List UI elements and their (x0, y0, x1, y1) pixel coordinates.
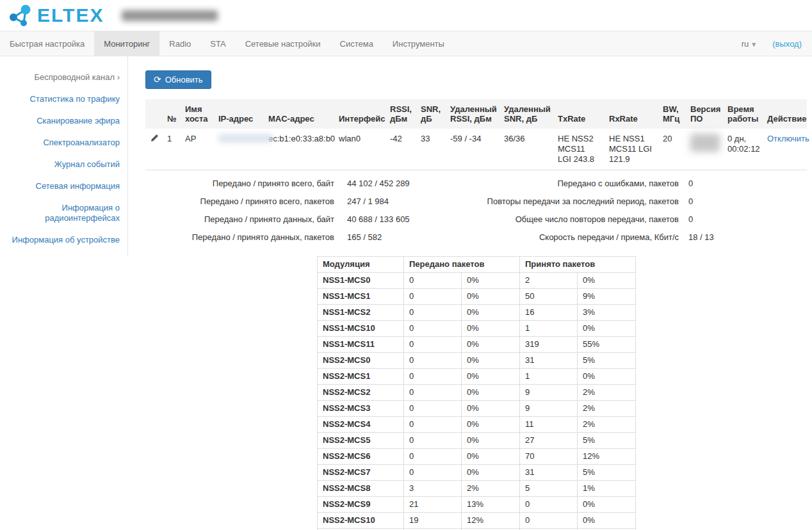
modulation-row: NSS2-MCS300%92% (318, 401, 636, 417)
modulation-cell: NSS2-MCS10 (318, 513, 404, 529)
refresh-button[interactable]: ⟳ Обновить (145, 70, 211, 89)
modulation-cell: 0 (404, 305, 462, 321)
stat-value: 18 / 13 (679, 232, 807, 242)
clients-col-header (145, 99, 162, 129)
client-hostname: AP (180, 129, 213, 170)
modulation-cell: 0% (462, 449, 520, 465)
modulation-cell: 1% (578, 481, 636, 497)
logout-link[interactable]: (выход) (772, 39, 802, 49)
modulation-cell: NSS2-MCS6 (318, 449, 404, 465)
stats-left-column: Передано / принято всего, байт44 102 / 4… (145, 179, 476, 250)
nav-tab-быстрая-настройка[interactable]: Быстрая настройка (0, 31, 94, 56)
modulation-cell: 21 (404, 497, 462, 513)
modulation-cell: 0 (404, 385, 462, 401)
nav-tab-сетевые-настройки[interactable]: Сетевые настройки (236, 31, 330, 56)
modulation-cell: 3 (404, 481, 462, 497)
stat-label: Передано / принято всего, байт (145, 179, 334, 188)
modulation-cell: 2 (520, 273, 578, 289)
clients-col-header: MAC-адрес (263, 99, 334, 129)
sidebar-item[interactable]: Сканирование эфира (0, 116, 120, 126)
stat-value: 0 (679, 197, 807, 206)
logo-text: ELTEX (37, 6, 104, 25)
modulation-row: NSS2-MCS500%275% (318, 433, 636, 449)
modulation-cell: 2% (578, 417, 636, 433)
modulation-cell: 0 (404, 401, 462, 417)
sidebar: Беспроводной канал ›Статистика по трафик… (0, 56, 128, 257)
modulation-row: NSS1-MCS000%20% (318, 273, 636, 289)
modulation-cell: 9 (520, 401, 578, 417)
disconnect-link[interactable]: Отключить (767, 134, 809, 143)
nav-tab-инструменты[interactable]: Инструменты (383, 31, 454, 56)
nav-tab-sta[interactable]: STA (200, 31, 235, 56)
sidebar-item[interactable]: Статистика по трафику (0, 94, 120, 104)
sidebar-item[interactable]: Сетевая информация (0, 181, 120, 191)
modulation-cell: 31 (520, 465, 578, 481)
modulation-cell: 0% (462, 273, 520, 289)
modulation-cell: 0 (404, 465, 462, 481)
modulation-cell: 0% (462, 369, 520, 385)
modulation-cell: 0% (462, 337, 520, 353)
nav-tab-radio[interactable]: Radio (159, 31, 200, 56)
stat-label: Передано / принято данных, пакетов (145, 232, 334, 242)
main-content: ⟳ Обновить №Имя хостаIP-адресMAC-адресИн… (128, 56, 812, 530)
modulation-row: NSS2-MCS101912%00% (318, 513, 636, 529)
pencil-icon (150, 134, 159, 142)
modulation-row: NSS1-MCS100%509% (318, 289, 636, 305)
stat-row: Повторы передачи за последний период, па… (476, 197, 808, 206)
modulation-cell: 0 (404, 273, 462, 289)
sidebar-item[interactable]: Спектроанализатор (0, 138, 120, 148)
clients-col-header: Действие (762, 99, 807, 129)
modulation-cell: 0% (578, 513, 636, 529)
modulation-cell: 5 (520, 481, 578, 497)
modulation-cell: 0% (462, 353, 520, 369)
client-rxrate: HE NSS1 MCS11 LGI 121.9 (604, 129, 658, 170)
modulation-cell: NSS2-MCS2 (318, 385, 404, 401)
stat-label: Повторы передачи за последний период, па… (476, 197, 679, 206)
modulation-cell: 319 (520, 337, 578, 353)
modulation-cell: NSS2-MCS1 (318, 369, 404, 385)
modulation-cell: 13% (462, 497, 520, 513)
modulation-cell: 0% (462, 305, 520, 321)
modulation-cell: 19 (404, 513, 462, 529)
modulation-cell: 5% (578, 433, 636, 449)
modulation-row: NSS2-MCS100%10% (318, 369, 636, 385)
sidebar-item[interactable]: Журнал событий (0, 159, 120, 170)
sidebar-item[interactable]: Информация о радиоинтерфейсах (0, 203, 120, 223)
stat-value: 0 (679, 214, 807, 224)
stat-row: Передано / принято данных, байт40 688 / … (145, 214, 476, 224)
stat-row: Передано с ошибками, пакетов0 (476, 179, 808, 188)
refresh-icon: ⟳ (154, 76, 161, 84)
stat-label: Скорость передачи / приема, Кбит/с (476, 232, 679, 242)
client-txrate: HE NSS2 MCS11 LGI 243.8 (553, 129, 604, 170)
modulation-cell: 0% (578, 321, 636, 337)
edit-cell[interactable] (145, 129, 162, 170)
modulation-cell: NSS2-MCS7 (318, 465, 404, 481)
stat-label: Передано / принято всего, пакетов (145, 197, 334, 206)
sidebar-item[interactable]: Информация об устройстве (0, 235, 120, 245)
modulation-cell: 12% (578, 449, 636, 465)
client-remote-snr: 36/36 (499, 129, 553, 170)
modulation-cell: 0% (462, 385, 520, 401)
stat-value: 40 688 / 133 605 (334, 214, 410, 224)
modulation-cell: NSS2-MCS8 (318, 481, 404, 497)
modulation-cell: 70 (520, 449, 578, 465)
language-select[interactable]: ru▼ (742, 39, 757, 49)
client-action-cell: Отключить (762, 129, 807, 170)
modulation-row: NSS1-MCS1100%31955% (318, 337, 636, 353)
clients-col-header: RSSI, дБм (385, 99, 416, 129)
nav-tab-мониторинг[interactable]: Мониторинг (94, 31, 159, 56)
nav-tab-система[interactable]: Система (330, 31, 383, 56)
modulation-cell: NSS2-MCS4 (318, 417, 404, 433)
modulation-cell: 0% (462, 289, 520, 305)
modulation-cell: 1 (520, 369, 578, 385)
modulation-cell: 0 (520, 513, 578, 529)
stat-row: Общее число повторов передачи, пакетов0 (476, 214, 808, 224)
clients-col-header: SNR, дБ (416, 99, 445, 129)
col-tx-packets: Передано пакетов (404, 257, 520, 273)
stat-label: Общее число повторов передачи, пакетов (476, 214, 679, 224)
client-interface: wlan0 (334, 129, 385, 170)
client-mac: ec:b1:e0:33:a8:b0 (263, 129, 334, 170)
sidebar-item[interactable]: Беспроводной канал › (0, 72, 120, 83)
col-rx-packets: Принято пакетов (520, 257, 636, 273)
eltex-molecule-icon (8, 3, 35, 28)
